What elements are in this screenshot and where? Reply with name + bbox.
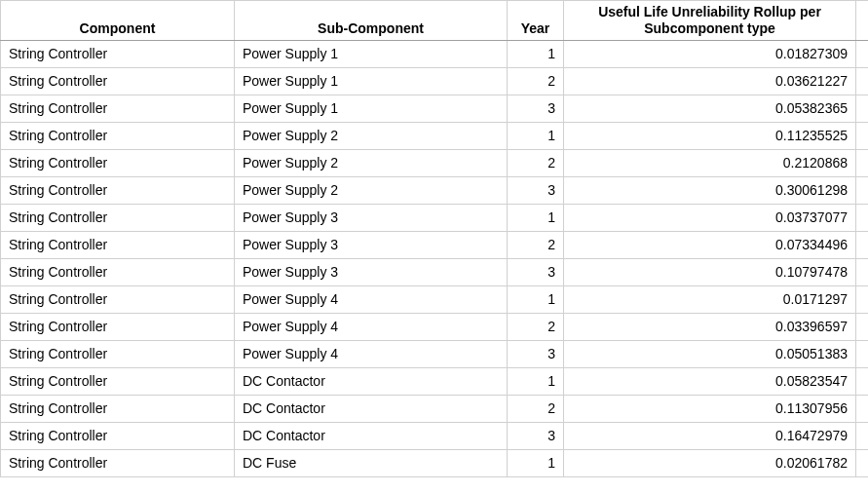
table-row: String ControllerPower Supply 120.036212…	[1, 67, 869, 95]
cell-subcomponent: Power Supply 1	[235, 67, 508, 95]
cell-component: String Controller	[1, 367, 235, 395]
cell-extra	[856, 367, 869, 395]
cell-year: 3	[508, 422, 564, 449]
header-component: Component	[1, 1, 235, 41]
cell-subcomponent: Power Supply 4	[235, 285, 508, 313]
header-value: Useful Life Unreliability Rollup per Sub…	[564, 1, 856, 41]
table-row: String ControllerPower Supply 210.112355…	[1, 122, 869, 149]
cell-year: 3	[508, 340, 564, 367]
cell-component: String Controller	[1, 422, 235, 449]
cell-extra	[856, 258, 869, 285]
cell-extra	[856, 95, 869, 122]
cell-subcomponent: Power Supply 2	[235, 122, 508, 149]
cell-value: 0.07334496	[564, 231, 856, 258]
cell-subcomponent: DC Fuse	[235, 449, 508, 476]
cell-year: 1	[508, 367, 564, 395]
cell-year: 3	[508, 95, 564, 122]
cell-extra	[856, 340, 869, 367]
cell-value: 0.05051383	[564, 340, 856, 367]
cell-component: String Controller	[1, 285, 235, 313]
cell-component: String Controller	[1, 176, 235, 204]
cell-subcomponent: Power Supply 2	[235, 149, 508, 176]
header-year: Year	[508, 1, 564, 41]
table-row: String ControllerPower Supply 420.033965…	[1, 313, 869, 340]
cell-extra	[856, 285, 869, 313]
cell-component: String Controller	[1, 449, 235, 476]
cell-subcomponent: Power Supply 4	[235, 313, 508, 340]
table-row: String ControllerPower Supply 430.050513…	[1, 340, 869, 367]
table-header-row: Component Sub-Component Year Useful Life…	[1, 1, 869, 41]
cell-subcomponent: DC Contactor	[235, 422, 508, 449]
cell-extra	[856, 395, 869, 422]
cell-component: String Controller	[1, 258, 235, 285]
cell-extra	[856, 313, 869, 340]
table-row: String ControllerPower Supply 320.073344…	[1, 231, 869, 258]
cell-subcomponent: Power Supply 2	[235, 176, 508, 204]
cell-value: 0.30061298	[564, 176, 856, 204]
cell-year: 2	[508, 395, 564, 422]
cell-value: 0.03396597	[564, 313, 856, 340]
cell-value: 0.03621227	[564, 67, 856, 95]
cell-value: 0.10797478	[564, 258, 856, 285]
cell-extra	[856, 149, 869, 176]
cell-subcomponent: Power Supply 3	[235, 258, 508, 285]
cell-extra	[856, 40, 869, 67]
cell-extra	[856, 231, 869, 258]
cell-subcomponent: DC Contactor	[235, 367, 508, 395]
cell-extra	[856, 176, 869, 204]
table-row: String ControllerDC Contactor20.11307956	[1, 395, 869, 422]
cell-year: 3	[508, 176, 564, 204]
cell-component: String Controller	[1, 95, 235, 122]
cell-value: 0.2120868	[564, 149, 856, 176]
cell-subcomponent: DC Contactor	[235, 395, 508, 422]
cell-subcomponent: Power Supply 1	[235, 40, 508, 67]
reliability-table: Component Sub-Component Year Useful Life…	[0, 0, 868, 477]
cell-year: 2	[508, 313, 564, 340]
cell-value: 0.03737077	[564, 204, 856, 231]
cell-value: 0.01827309	[564, 40, 856, 67]
cell-component: String Controller	[1, 204, 235, 231]
table-row: String ControllerDC Fuse10.02061782	[1, 449, 869, 476]
table-row: String ControllerDC Contactor10.05823547	[1, 367, 869, 395]
cell-year: 1	[508, 122, 564, 149]
cell-component: String Controller	[1, 231, 235, 258]
header-subcomponent: Sub-Component	[235, 1, 508, 41]
cell-value: 0.05823547	[564, 367, 856, 395]
cell-component: String Controller	[1, 149, 235, 176]
cell-subcomponent: Power Supply 1	[235, 95, 508, 122]
table-row: String ControllerPower Supply 220.212086…	[1, 149, 869, 176]
cell-year: 2	[508, 67, 564, 95]
cell-subcomponent: Power Supply 3	[235, 231, 508, 258]
cell-component: String Controller	[1, 313, 235, 340]
table-row: String ControllerPower Supply 110.018273…	[1, 40, 869, 67]
cell-value: 0.16472979	[564, 422, 856, 449]
table-row: String ControllerPower Supply 130.053823…	[1, 95, 869, 122]
cell-year: 2	[508, 149, 564, 176]
cell-component: String Controller	[1, 40, 235, 67]
cell-extra	[856, 422, 869, 449]
cell-subcomponent: Power Supply 3	[235, 204, 508, 231]
cell-value: 0.02061782	[564, 449, 856, 476]
cell-year: 1	[508, 285, 564, 313]
cell-value: 0.05382365	[564, 95, 856, 122]
table-row: String ControllerPower Supply 230.300612…	[1, 176, 869, 204]
table-row: String ControllerPower Supply 330.107974…	[1, 258, 869, 285]
cell-value: 0.0171297	[564, 285, 856, 313]
cell-component: String Controller	[1, 340, 235, 367]
table-row: String ControllerDC Contactor30.16472979	[1, 422, 869, 449]
cell-component: String Controller	[1, 122, 235, 149]
cell-extra	[856, 67, 869, 95]
cell-year: 1	[508, 449, 564, 476]
header-extra	[856, 1, 869, 41]
cell-value: 0.11235525	[564, 122, 856, 149]
cell-value: 0.11307956	[564, 395, 856, 422]
cell-subcomponent: Power Supply 4	[235, 340, 508, 367]
cell-extra	[856, 122, 869, 149]
cell-year: 3	[508, 258, 564, 285]
cell-year: 1	[508, 40, 564, 67]
cell-component: String Controller	[1, 67, 235, 95]
cell-extra	[856, 449, 869, 476]
cell-component: String Controller	[1, 395, 235, 422]
table-row: String ControllerPower Supply 310.037370…	[1, 204, 869, 231]
cell-extra	[856, 204, 869, 231]
